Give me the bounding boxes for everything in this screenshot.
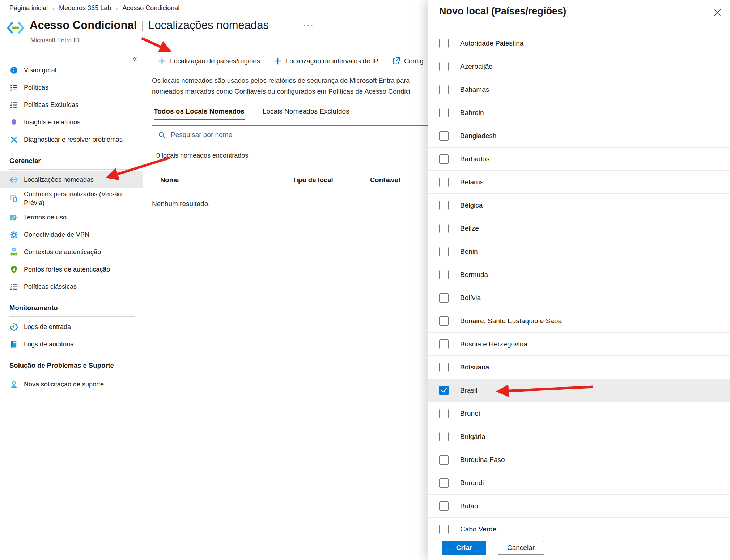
table-column-header[interactable]: Tipo de local (292, 176, 333, 184)
country-checkbox[interactable] (439, 501, 449, 511)
country-checkbox[interactable] (439, 363, 449, 372)
country-row[interactable]: Burundi (428, 471, 730, 495)
country-checkbox[interactable] (439, 316, 449, 326)
country-label: Bangladesh (460, 132, 496, 140)
page-description: Os locais nomeados são usados pelos rela… (152, 75, 411, 97)
page-title-secondary: Localizações nomeadas (148, 19, 269, 31)
breadcrumb-item[interactable]: Medeiros 365 Lab (59, 4, 111, 12)
toolbar: Localização de países/regiões Localizaçã… (158, 54, 423, 69)
country-row[interactable]: Bahamas (428, 78, 730, 101)
country-row[interactable]: Bolívia (428, 286, 730, 309)
toolbar-button-label: Config (404, 57, 423, 65)
title-separator: | (141, 19, 144, 31)
country-checkbox[interactable] (439, 154, 449, 164)
country-checkbox[interactable] (439, 432, 449, 441)
country-checkbox[interactable] (439, 409, 449, 418)
empty-message: Nenhum resultado. (152, 200, 210, 208)
breadcrumb-item[interactable]: Acesso Condicional (122, 4, 179, 12)
country-checkbox[interactable] (439, 293, 449, 303)
country-checkbox[interactable] (439, 386, 449, 395)
country-list: Autoridade Palestina Azerbaijão Bahamas … (428, 32, 730, 535)
country-label: Belize (460, 225, 479, 232)
plus-icon (274, 57, 282, 65)
country-checkbox[interactable] (439, 270, 449, 279)
page-title-primary: Acesso Condicional (30, 19, 137, 31)
country-checkbox[interactable] (439, 62, 449, 71)
country-row[interactable]: Butão (428, 495, 730, 518)
panel-footer: Criar Cancelar (428, 535, 730, 560)
page-title: Acesso Condicional|Localizações nomeadas (30, 19, 269, 32)
create-button[interactable]: Criar (442, 541, 486, 555)
country-row[interactable]: Cabo Verde (428, 518, 730, 535)
cancel-button[interactable]: Cancelar (498, 541, 544, 555)
country-row[interactable]: Benin (428, 240, 730, 263)
country-checkbox[interactable] (439, 339, 449, 349)
more-options-icon[interactable]: ··· (303, 20, 314, 30)
close-icon[interactable] (713, 8, 722, 17)
country-row[interactable]: Azerbaijão (428, 55, 730, 78)
country-label: Bolívia (460, 294, 481, 302)
country-checkbox[interactable] (439, 39, 449, 48)
country-row[interactable]: Belize (428, 217, 730, 240)
country-row[interactable]: Burquina Faso (428, 448, 730, 471)
description-line: nomeados marcados como Confiáveis ou con… (152, 86, 411, 97)
country-checkbox[interactable] (439, 201, 449, 210)
country-label: Bósnia e Herzegovina (460, 340, 527, 348)
tab[interactable]: Todos os Locais Nomeados (154, 107, 245, 120)
country-row[interactable]: Bélgica (428, 194, 730, 217)
search-box (152, 125, 446, 144)
country-label: Barbados (460, 155, 489, 163)
toolbar-button-label: Localização de países/regiões (170, 57, 260, 65)
country-label: Brunei (460, 410, 480, 418)
country-label: Azerbaijão (460, 63, 493, 70)
toolbar-button-label: Localização de intervalos de IP (286, 57, 378, 65)
country-label: Bahamas (460, 86, 489, 94)
country-checkbox[interactable] (439, 178, 449, 187)
country-checkbox[interactable] (439, 85, 449, 94)
country-row[interactable]: Botsuana (428, 356, 730, 379)
country-row[interactable]: Autoridade Palestina (428, 32, 730, 55)
country-row[interactable]: Bulgária (428, 425, 730, 448)
country-label: Bulgária (460, 433, 485, 441)
country-label: Bonaire, Santo Eustáquio e Saba (460, 317, 562, 325)
result-count: 0 locais nomeados encontrados (156, 152, 248, 159)
country-row[interactable]: Bahrein (428, 101, 730, 124)
country-row[interactable]: Bangladesh (428, 124, 730, 148)
sidebar-collapse-icon[interactable]: « (132, 54, 137, 64)
country-row[interactable]: Bonaire, Santo Eustáquio e Saba (428, 309, 730, 333)
country-checkbox[interactable] (439, 131, 449, 141)
country-row[interactable]: Brunei (428, 402, 730, 425)
toolbar-button[interactable]: Localização de intervalos de IP (274, 57, 378, 65)
tab[interactable]: Locais Nomeados Excluídos (263, 107, 349, 120)
country-row[interactable]: Bermuda (428, 263, 730, 286)
country-row[interactable]: Brasil (428, 379, 730, 402)
panel-title: Novo local (Países/regiões) (439, 6, 566, 17)
country-checkbox[interactable] (439, 525, 449, 534)
country-checkbox[interactable] (439, 108, 449, 117)
toolbar-button[interactable]: Localização de países/regiões (158, 57, 260, 65)
country-row[interactable]: Bósnia e Herzegovina (428, 333, 730, 356)
search-icon (158, 131, 166, 139)
country-label: Bermuda (460, 271, 488, 279)
country-checkbox[interactable] (439, 247, 449, 256)
country-checkbox[interactable] (439, 478, 449, 488)
toolbar-button[interactable]: Config (392, 57, 423, 65)
new-location-panel: Novo local (Países/regiões) Autoridade P… (428, 0, 730, 560)
search-input[interactable] (171, 131, 445, 139)
page-subtitle: Microsoft Entra ID (30, 37, 80, 44)
table-column-header[interactable]: Nome (160, 176, 179, 184)
country-checkbox[interactable] (439, 224, 449, 233)
breadcrumb-item[interactable]: Página inicial (9, 4, 48, 12)
country-label: Butão (460, 502, 478, 510)
country-row[interactable]: Barbados (428, 148, 730, 171)
breadcrumb-separator: › (52, 5, 54, 11)
table-column-header[interactable]: Confiável (370, 176, 400, 184)
plus-icon (158, 57, 166, 65)
country-label: Benin (460, 248, 478, 256)
country-label: Burquina Faso (460, 456, 505, 464)
country-row[interactable]: Belarus (428, 171, 730, 194)
country-label: Bahrein (460, 109, 484, 117)
conditional-access-icon (7, 22, 24, 34)
country-checkbox[interactable] (439, 455, 449, 465)
breadcrumb-separator: › (116, 5, 118, 11)
